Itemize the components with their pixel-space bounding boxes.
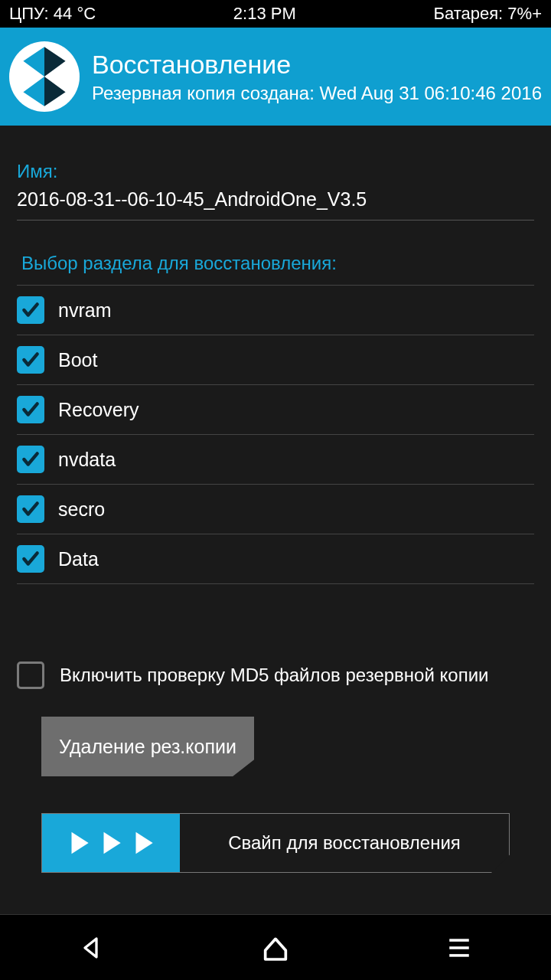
page-title: Восстановление	[92, 50, 542, 80]
back-button[interactable]	[74, 930, 109, 965]
checkbox-icon	[17, 296, 44, 324]
swipe-label: Свайп для восстановления	[180, 832, 509, 854]
partition-section-label: Выбор раздела для восстановления:	[17, 220, 534, 285]
cpu-temp: ЦПУ: 44 °C	[9, 4, 96, 24]
partition-label: nvdata	[58, 449, 116, 471]
partition-data[interactable]: Data	[17, 534, 534, 584]
partition-label: nvram	[58, 299, 111, 322]
header: Восстановление Резервная копия создана: …	[0, 28, 551, 126]
checkbox-icon	[17, 446, 44, 473]
status-bar: ЦПУ: 44 °C 2:13 PM Батарея: 7%+	[0, 0, 551, 28]
main-content: Имя: 2016-08-31--06-10-45_AndroidOne_V3.…	[0, 126, 551, 914]
partition-boot[interactable]: Boot	[17, 335, 534, 385]
home-button[interactable]	[258, 930, 293, 965]
partition-label: Boot	[58, 349, 97, 371]
partition-secro[interactable]: secro	[17, 485, 534, 534]
name-label: Имя:	[17, 126, 534, 188]
twrp-logo-icon	[9, 41, 80, 112]
checkbox-icon	[17, 346, 44, 374]
checkbox-icon	[17, 495, 44, 523]
play-icon	[96, 826, 126, 860]
nav-bar	[0, 914, 551, 980]
partition-nvram[interactable]: nvram	[17, 286, 534, 335]
play-icon	[64, 826, 93, 860]
delete-backup-button[interactable]: Удаление рез.копии	[41, 717, 254, 776]
menu-button[interactable]	[442, 930, 477, 965]
name-input[interactable]: 2016-08-31--06-10-45_AndroidOne_V3.5	[17, 188, 534, 220]
partition-recovery[interactable]: Recovery	[17, 385, 534, 435]
partition-label: Recovery	[58, 399, 139, 421]
checkbox-icon	[17, 662, 44, 689]
partition-label: Data	[58, 548, 99, 570]
md5-label: Включить проверку MD5 файлов резервной к…	[60, 665, 488, 686]
play-icon	[129, 826, 158, 860]
battery-status: Батарея: 7%+	[433, 4, 542, 24]
swipe-to-restore[interactable]: Свайп для восстановления	[41, 813, 510, 873]
partition-list: nvram Boot Recovery nvdata secro	[17, 285, 534, 584]
clock: 2:13 PM	[233, 4, 296, 24]
backup-timestamp: Резервная копия создана: Wed Aug 31 06:1…	[92, 83, 542, 104]
delete-button-label: Удаление рез.копии	[59, 736, 236, 758]
swipe-handle[interactable]	[42, 814, 180, 872]
partition-nvdata[interactable]: nvdata	[17, 435, 534, 485]
partition-label: secro	[58, 498, 105, 521]
checkbox-icon	[17, 545, 44, 573]
md5-checkbox-row[interactable]: Включить проверку MD5 файлов резервной к…	[17, 662, 488, 689]
checkbox-icon	[17, 396, 44, 423]
